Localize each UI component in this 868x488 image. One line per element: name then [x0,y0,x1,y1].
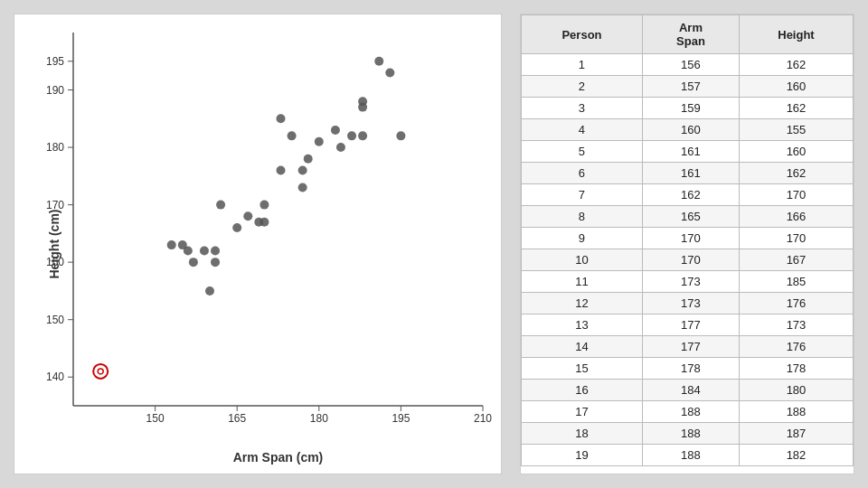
table-row: 13177173 [522,314,854,336]
svg-point-51 [347,131,356,140]
table-cell: 157 [642,76,739,98]
svg-point-43 [277,165,286,174]
svg-point-49 [331,126,340,135]
table-cell: 15 [522,358,643,380]
table-cell: 5 [522,141,643,163]
svg-point-37 [232,223,241,232]
table-cell: 178 [739,358,853,380]
table-row: 19188182 [522,445,854,466]
table-cell: 188 [642,423,739,445]
table-cell: 3 [522,98,643,119]
table-header-row: Person ArmSpan Height [522,15,854,54]
table-cell: 16 [522,380,643,401]
svg-text:165: 165 [228,412,246,425]
table-cell: 13 [522,314,643,336]
main-container: Height (cm) Arm Span (cm) 15016518019521… [14,14,854,474]
table-cell: 170 [739,184,853,206]
col-person: Person [522,15,643,54]
table-row: 9170170 [522,228,854,249]
table-cell: 11 [522,271,643,293]
table-cell: 19 [522,445,643,466]
table-row: 17188188 [522,401,854,423]
table-cell: 188 [642,445,739,466]
svg-point-27 [98,369,103,374]
table-cell: 176 [739,336,853,358]
table-cell: 7 [522,184,643,206]
svg-point-30 [184,246,193,255]
col-arm-span: ArmSpan [642,15,739,54]
svg-text:150: 150 [46,314,64,326]
table-row: 16184180 [522,380,854,401]
table-cell: 177 [642,336,739,358]
svg-point-54 [358,131,367,140]
svg-point-44 [288,131,297,140]
table-cell: 10 [522,249,643,271]
table-cell: 170 [642,228,739,249]
table-cell: 188 [642,401,739,423]
table-cell: 156 [642,54,739,76]
table-cell: 2 [522,76,643,98]
table-cell: 178 [642,358,739,380]
plot-area: 150165180195210140150160170180190195 [73,33,483,406]
svg-point-50 [336,143,345,152]
table-row: 4160155 [522,119,854,141]
svg-point-57 [396,131,405,140]
table-body: 1156162215716031591624160155516116061611… [522,54,854,466]
table-cell: 161 [642,163,739,184]
table-cell: 6 [522,163,643,184]
table-row: 1156162 [522,54,854,76]
table-cell: 1 [522,54,643,76]
table-row: 10170167 [522,249,854,271]
table-cell: 173 [739,314,853,336]
table-cell: 188 [739,401,853,423]
table-cell: 162 [739,98,853,119]
table-cell: 170 [642,249,739,271]
table-cell: 165 [642,206,739,228]
table-row: 14177176 [522,336,854,358]
table-cell: 14 [522,336,643,358]
table-cell: 160 [642,119,739,141]
table-cell: 185 [739,271,853,293]
table-cell: 177 [642,314,739,336]
svg-text:190: 190 [46,84,64,97]
table-cell: 12 [522,293,643,314]
scatter-chart: Height (cm) Arm Span (cm) 15016518019521… [14,14,502,474]
svg-text:195: 195 [392,412,410,425]
table-cell: 9 [522,228,643,249]
table-cell: 162 [642,184,739,206]
table-cell: 155 [739,119,853,141]
svg-point-42 [277,114,286,123]
table-cell: 166 [739,206,853,228]
table-cell: 184 [642,380,739,401]
table-row: 11173185 [522,271,854,293]
table-cell: 162 [739,163,853,184]
svg-point-38 [243,211,252,221]
svg-point-55 [374,57,383,66]
svg-text:170: 170 [46,199,64,211]
table-cell: 173 [642,293,739,314]
table-row: 3159162 [522,98,854,119]
table-cell: 17 [522,401,643,423]
svg-point-48 [315,137,324,146]
table-cell: 167 [739,249,853,271]
table-row: 6161162 [522,163,854,184]
svg-point-53 [358,103,367,112]
table-cell: 161 [642,141,739,163]
plot-svg: 150165180195210140150160170180190195 [73,33,483,406]
col-height: Height [739,15,853,54]
svg-text:210: 210 [474,412,492,425]
svg-point-35 [211,246,220,255]
table-cell: 187 [739,423,853,445]
table-cell: 173 [642,271,739,293]
table-cell: 170 [739,228,853,249]
table-row: 7162170 [522,184,854,206]
svg-point-46 [298,165,307,174]
table-cell: 160 [739,76,853,98]
svg-point-34 [211,258,220,267]
table-row: 5161160 [522,141,854,163]
svg-text:195: 195 [46,55,64,68]
svg-text:150: 150 [146,412,165,425]
svg-point-40 [259,201,269,210]
table-cell: 160 [739,141,853,163]
svg-point-28 [167,240,176,249]
